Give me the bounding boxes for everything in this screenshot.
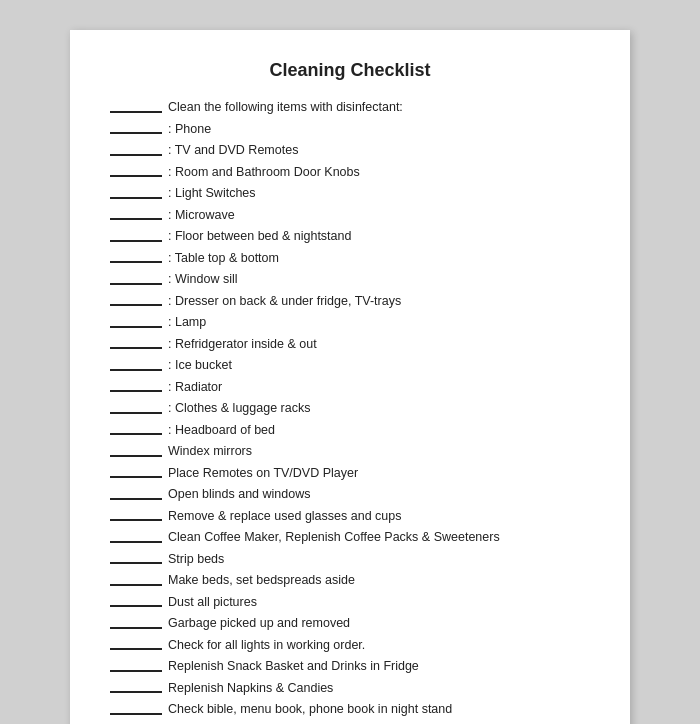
item-text: : Ice bucket — [168, 357, 590, 375]
checkbox-line — [110, 490, 162, 500]
list-item[interactable]: Open blinds and windows — [110, 486, 590, 504]
checkbox-line — [110, 597, 162, 607]
checkbox-line — [110, 296, 162, 306]
list-item[interactable]: Clean the following items with disinfect… — [110, 99, 590, 117]
item-text: : Headboard of bed — [168, 422, 590, 440]
checkbox-line — [110, 447, 162, 457]
list-item[interactable]: : Table top & bottom — [110, 250, 590, 268]
item-text: : Window sill — [168, 271, 590, 289]
checkbox-line — [110, 253, 162, 263]
checkbox-line — [110, 533, 162, 543]
item-text: Replenish Napkins & Candies — [168, 680, 590, 698]
list-item[interactable]: Check bible, menu book, phone book in ni… — [110, 701, 590, 719]
item-text: Garbage picked up and removed — [168, 615, 590, 633]
list-item[interactable]: : TV and DVD Remotes — [110, 142, 590, 160]
item-text: : Lamp — [168, 314, 590, 332]
list-item[interactable]: Windex mirrors — [110, 443, 590, 461]
list-item[interactable]: : Radiator — [110, 379, 590, 397]
list-item[interactable]: : Dresser on back & under fridge, TV-tra… — [110, 293, 590, 311]
list-item[interactable]: Clean Coffee Maker, Replenish Coffee Pac… — [110, 529, 590, 547]
list-item[interactable]: Garbage picked up and removed — [110, 615, 590, 633]
list-item[interactable]: : Floor between bed & nightstand — [110, 228, 590, 246]
list-item[interactable]: : Refridgerator inside & out — [110, 336, 590, 354]
item-text: Strip beds — [168, 551, 590, 569]
item-text: : Table top & bottom — [168, 250, 590, 268]
item-text: Clean Coffee Maker, Replenish Coffee Pac… — [168, 529, 590, 547]
checkbox-line — [110, 232, 162, 242]
checkbox-line — [110, 210, 162, 220]
item-text: Check bible, menu book, phone book in ni… — [168, 701, 590, 719]
checkbox-line — [110, 124, 162, 134]
page-title: Cleaning Checklist — [110, 60, 590, 81]
checkbox-line — [110, 103, 162, 113]
list-item[interactable]: : Room and Bathroom Door Knobs — [110, 164, 590, 182]
item-text: Windex mirrors — [168, 443, 590, 461]
item-text: : Radiator — [168, 379, 590, 397]
item-text: Clean the following items with disinfect… — [168, 99, 590, 117]
checklist: Clean the following items with disinfect… — [110, 99, 590, 724]
list-item[interactable]: : Light Switches — [110, 185, 590, 203]
checkbox-line — [110, 705, 162, 715]
checkbox-line — [110, 468, 162, 478]
item-text: : Phone — [168, 121, 590, 139]
item-text: : Room and Bathroom Door Knobs — [168, 164, 590, 182]
checkbox-line — [110, 318, 162, 328]
item-text: : Light Switches — [168, 185, 590, 203]
list-item[interactable]: Check for all lights in working order. — [110, 637, 590, 655]
list-item[interactable]: : Phone — [110, 121, 590, 139]
checkbox-line — [110, 619, 162, 629]
checkbox-line — [110, 576, 162, 586]
list-item[interactable]: : Lamp — [110, 314, 590, 332]
checkbox-line — [110, 382, 162, 392]
item-text: : TV and DVD Remotes — [168, 142, 590, 160]
item-text: : Dresser on back & under fridge, TV-tra… — [168, 293, 590, 311]
item-text: : Refridgerator inside & out — [168, 336, 590, 354]
page-container: Cleaning Checklist Clean the following i… — [70, 30, 630, 724]
checkbox-line — [110, 640, 162, 650]
list-item[interactable]: : Window sill — [110, 271, 590, 289]
item-text: : Clothes & luggage racks — [168, 400, 590, 418]
checkbox-line — [110, 275, 162, 285]
item-text: : Microwave — [168, 207, 590, 225]
item-text: Check for all lights in working order. — [168, 637, 590, 655]
list-item[interactable]: : Headboard of bed — [110, 422, 590, 440]
checkbox-line — [110, 511, 162, 521]
checkbox-line — [110, 683, 162, 693]
item-text: Place Remotes on TV/DVD Player — [168, 465, 590, 483]
checkbox-line — [110, 146, 162, 156]
item-text: Make beds, set bedspreads aside — [168, 572, 590, 590]
checkbox-line — [110, 554, 162, 564]
item-text: Replenish Snack Basket and Drinks in Fri… — [168, 658, 590, 676]
list-item[interactable]: Make beds, set bedspreads aside — [110, 572, 590, 590]
list-item[interactable]: Replenish Napkins & Candies — [110, 680, 590, 698]
list-item[interactable]: Strip beds — [110, 551, 590, 569]
item-text: : Floor between bed & nightstand — [168, 228, 590, 246]
list-item[interactable]: : Ice bucket — [110, 357, 590, 375]
list-item[interactable]: Replenish Snack Basket and Drinks in Fri… — [110, 658, 590, 676]
checkbox-line — [110, 167, 162, 177]
checkbox-line — [110, 189, 162, 199]
list-item[interactable]: Remove & replace used glasses and cups — [110, 508, 590, 526]
checkbox-line — [110, 404, 162, 414]
checkbox-line — [110, 425, 162, 435]
list-item[interactable]: Place Remotes on TV/DVD Player — [110, 465, 590, 483]
item-text: Dust all pictures — [168, 594, 590, 612]
list-item[interactable]: Dust all pictures — [110, 594, 590, 612]
item-text: Open blinds and windows — [168, 486, 590, 504]
item-text: Remove & replace used glasses and cups — [168, 508, 590, 526]
list-item[interactable]: : Clothes & luggage racks — [110, 400, 590, 418]
checkbox-line — [110, 361, 162, 371]
checkbox-line — [110, 339, 162, 349]
list-item[interactable]: : Microwave — [110, 207, 590, 225]
checkbox-line — [110, 662, 162, 672]
